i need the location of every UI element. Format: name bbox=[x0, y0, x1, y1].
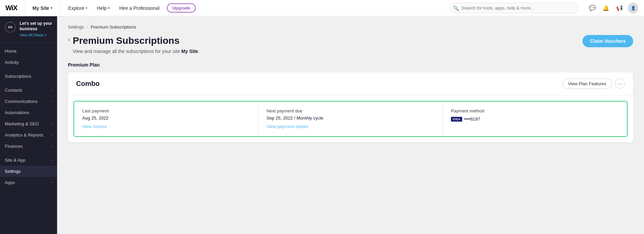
communications-chevron-icon: › bbox=[51, 100, 52, 103]
sidebar-item-label-subscriptions: Subscriptions bbox=[5, 74, 52, 79]
sidebar-item-apps[interactable]: Apps › bbox=[0, 177, 57, 188]
explore-menu[interactable]: Explore ▾ bbox=[66, 4, 89, 12]
page-title-block: Premium Subscriptions View and manage al… bbox=[73, 35, 199, 54]
premium-plan-section-label: Premium Plan bbox=[68, 62, 633, 68]
page-header-row: ‹ Premium Subscriptions View and manage … bbox=[68, 35, 633, 54]
sidebar-item-label-automations: Automations bbox=[5, 110, 52, 115]
marketing-chevron-icon: › bbox=[51, 122, 52, 126]
plan-name: Combo bbox=[76, 80, 100, 88]
view-all-steps-link[interactable]: View All Steps > bbox=[20, 33, 47, 37]
sidebar-item-communications[interactable]: Communications › bbox=[0, 96, 57, 107]
plan-header-actions: View Plan Features ··· bbox=[562, 78, 625, 89]
setup-text: Let's set up your business View All Step… bbox=[20, 21, 53, 38]
sidebar: 0/4 Let's set up your business View All … bbox=[0, 16, 57, 234]
site-chevron-icon: ▾ bbox=[51, 6, 52, 10]
sidebar-item-label-activity: Activity bbox=[5, 60, 52, 65]
payment-method-col: Payment method VISA ••••8197 bbox=[443, 102, 627, 136]
contacts-chevron-icon: › bbox=[51, 88, 52, 92]
finances-chevron-icon: › bbox=[51, 144, 52, 148]
main-content: Settings › Premium Subscriptions ‹ Premi… bbox=[57, 16, 644, 234]
nav-divider-2 bbox=[60, 4, 61, 12]
explore-chevron-icon: ▾ bbox=[86, 6, 87, 10]
last-payment-col: Last payment Aug 25, 2022 View Invoice bbox=[74, 102, 258, 136]
page-title: Premium Subscriptions bbox=[73, 35, 199, 47]
more-icon: ··· bbox=[618, 81, 622, 86]
sidebar-item-automations[interactable]: Automations bbox=[0, 107, 57, 118]
last-payment-value: Aug 25, 2022 bbox=[82, 115, 250, 121]
sidebar-item-label-apps: Apps bbox=[5, 180, 51, 185]
messages-icon[interactable]: 💬 bbox=[587, 3, 598, 14]
sidebar-item-label-communications: Communications bbox=[5, 99, 51, 104]
breadcrumb-parent[interactable]: Settings bbox=[68, 24, 84, 30]
more-options-button[interactable]: ··· bbox=[615, 78, 625, 89]
notifications-icon[interactable]: 🔔 bbox=[601, 3, 611, 14]
avatar[interactable]: 👤 bbox=[628, 3, 639, 14]
sidebar-item-site-app[interactable]: Site & App › bbox=[0, 155, 57, 166]
sidebar-item-subscriptions[interactable]: Subscriptions bbox=[0, 71, 57, 82]
help-label: Help bbox=[97, 5, 107, 11]
hire-link[interactable]: Hire a Professional bbox=[117, 4, 161, 12]
announcements-icon[interactable]: 📢 bbox=[614, 3, 625, 14]
search-icon: 🔍 bbox=[453, 5, 459, 11]
help-menu[interactable]: Help ▾ bbox=[95, 4, 112, 12]
wix-logo: WiX bbox=[5, 4, 17, 12]
breadcrumb-current: Premium Subscriptions bbox=[91, 24, 136, 30]
sidebar-item-analytics[interactable]: Analytics & Reports › bbox=[0, 129, 57, 141]
nav-divider bbox=[24, 4, 24, 12]
sidebar-nav: Home Activity Subscriptions Contacts › C… bbox=[0, 43, 57, 234]
view-payment-details-link[interactable]: View payment details bbox=[266, 124, 308, 129]
upgrade-button[interactable]: Upgrade bbox=[167, 3, 196, 13]
breadcrumb-separator: › bbox=[87, 25, 88, 30]
analytics-chevron-icon: › bbox=[51, 133, 52, 137]
card-number: ••••8197 bbox=[464, 116, 480, 122]
setup-widget: 0/4 Let's set up your business View All … bbox=[0, 16, 57, 43]
sidebar-item-finances[interactable]: Finances › bbox=[0, 141, 57, 152]
setup-progress-ring: 0/4 bbox=[4, 21, 16, 33]
site-selector[interactable]: My Site ▾ bbox=[30, 4, 55, 12]
site-app-chevron-icon: › bbox=[51, 158, 52, 162]
page-header-left: ‹ Premium Subscriptions View and manage … bbox=[68, 35, 199, 54]
sidebar-item-activity[interactable]: Activity bbox=[0, 57, 57, 68]
view-plan-features-button[interactable]: View Plan Features bbox=[562, 78, 612, 89]
visa-badge: VISA ••••8197 bbox=[451, 116, 480, 122]
sidebar-item-label-analytics: Analytics & Reports bbox=[5, 132, 51, 138]
sidebar-item-marketing-seo[interactable]: Marketing & SEO › bbox=[0, 118, 57, 129]
subtitle-suffix: . bbox=[198, 49, 199, 54]
breadcrumb: Settings › Premium Subscriptions bbox=[68, 24, 633, 30]
next-payment-col: Next payment due Sep 25, 2022 / Monthly … bbox=[258, 102, 442, 136]
subtitle-site-name: My Site bbox=[181, 49, 198, 54]
sidebar-item-label-home: Home bbox=[5, 49, 52, 54]
sidebar-item-label-marketing: Marketing & SEO bbox=[5, 121, 51, 126]
search-input[interactable] bbox=[450, 3, 579, 13]
view-invoice-link[interactable]: View Invoice bbox=[82, 124, 107, 129]
plan-details: Last payment Aug 25, 2022 View Invoice N… bbox=[73, 101, 628, 137]
visa-logo: VISA bbox=[451, 117, 462, 122]
sidebar-item-label-finances: Finances bbox=[5, 144, 51, 149]
apps-chevron-icon: › bbox=[51, 181, 52, 184]
search-container: 🔍 bbox=[450, 3, 579, 13]
topnav-icon-group: 💬 🔔 📢 👤 bbox=[587, 3, 639, 14]
setup-progress-label: 0/4 bbox=[8, 25, 13, 29]
app-layout: 0/4 Let's set up your business View All … bbox=[0, 16, 644, 234]
claim-vouchers-button[interactable]: Claim Vouchers bbox=[582, 35, 633, 47]
explore-label: Explore bbox=[68, 5, 84, 11]
next-payment-value: Sep 25, 2022 / Monthly cycle bbox=[266, 115, 434, 121]
subtitle-prefix: View and manage all the subscriptions fo… bbox=[73, 49, 181, 54]
sidebar-item-home[interactable]: Home bbox=[0, 46, 57, 57]
back-button[interactable]: ‹ bbox=[68, 36, 70, 42]
page-subtitle: View and manage all the subscriptions fo… bbox=[73, 49, 199, 54]
next-payment-label: Next payment due bbox=[266, 108, 434, 113]
setup-title: Let's set up your business bbox=[20, 21, 53, 32]
sidebar-item-label-settings: Settings bbox=[5, 169, 52, 174]
payment-method-label: Payment method bbox=[451, 108, 619, 113]
sidebar-item-label-site-app: Site & App bbox=[5, 158, 51, 163]
plan-card-header: Combo View Plan Features ··· bbox=[68, 72, 633, 95]
site-name: My Site bbox=[33, 5, 49, 11]
plan-card: Combo View Plan Features ··· Last paymen… bbox=[68, 72, 633, 142]
sidebar-item-contacts[interactable]: Contacts › bbox=[0, 85, 57, 96]
sidebar-item-settings[interactable]: Settings bbox=[0, 166, 57, 177]
last-payment-label: Last payment bbox=[82, 108, 250, 113]
sidebar-item-label-contacts: Contacts bbox=[5, 88, 51, 93]
help-chevron-icon: ▾ bbox=[108, 6, 110, 10]
hire-label: Hire a Professional bbox=[119, 5, 159, 11]
